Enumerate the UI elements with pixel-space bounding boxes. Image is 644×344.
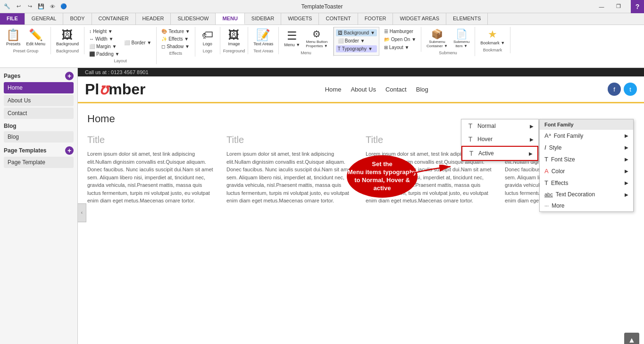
- typography-submenu-btn[interactable]: T Typography ▼: [336, 45, 377, 52]
- fontfamily-text-decoration[interactable]: abc Text Decoration ▶: [540, 189, 633, 200]
- tab-body[interactable]: BODY: [63, 13, 92, 25]
- presets-button[interactable]: 📋 Presets: [4, 28, 23, 48]
- edit-menu-button[interactable]: ✏️ Edit Menu: [24, 28, 48, 48]
- margin-button[interactable]: ⬜ Margin ▼: [87, 43, 121, 50]
- texture-button[interactable]: 🎨 Texture ▼: [159, 28, 192, 35]
- save-btn[interactable]: 💾: [36, 1, 46, 12]
- typography-normal[interactable]: T Normal ▶: [461, 119, 538, 133]
- fontfamily-font-size[interactable]: T Font Size ▶: [540, 153, 633, 165]
- layout-submenu-btn[interactable]: ⊞ Layout ▼: [382, 44, 418, 51]
- fontfamily-more[interactable]: ··· More: [540, 200, 633, 211]
- menu-button[interactable]: ☰ Menu ▼: [282, 28, 302, 50]
- add-page-template-btn[interactable]: +: [65, 146, 74, 155]
- maximize-btn[interactable]: ❐: [610, 0, 627, 13]
- tab-widgets[interactable]: WIDGETS: [281, 13, 319, 25]
- ribbon-content-area: 📋 Presets ✏️ Edit Menu Preset Group 🖼 Ba…: [0, 25, 644, 67]
- site-menu: Home About Us Contact Blog: [325, 86, 428, 93]
- typography-active[interactable]: T Active ▶: [461, 146, 538, 161]
- open-on-btn[interactable]: 📂 Open On ▼: [382, 36, 418, 43]
- image-icon: 🖼: [228, 29, 240, 41]
- undo-btn[interactable]: ↩: [13, 1, 24, 12]
- layout-group-items: ↕ Height ▼ ↔ Width ▼ ⬜ Margin ▼ ⬛ Paddin…: [87, 28, 153, 58]
- border-sub-icon: ⬜: [338, 38, 343, 43]
- redo-btn[interactable]: ↪: [25, 1, 35, 12]
- scroll-to-top-btn[interactable]: ▲: [624, 333, 639, 344]
- help-button[interactable]: ?: [631, 0, 644, 13]
- fontfamily-font-family[interactable]: Aᵃ Font Family ▶: [540, 130, 633, 142]
- text-areas-button[interactable]: 📝 Text Areas: [251, 28, 276, 48]
- shadow-label: Shadow ▼: [167, 44, 190, 49]
- tab-file[interactable]: FILE: [0, 13, 25, 25]
- tab-slideshow[interactable]: SLIDESHOW: [171, 13, 216, 25]
- height-button[interactable]: ↕ Height ▼: [87, 28, 121, 35]
- tab-container[interactable]: CONTAINER: [92, 13, 136, 25]
- menu-button-properties-btn[interactable]: ⚙ Menu ButtonProperties ▼: [303, 28, 330, 50]
- typography-sub-icon: T: [338, 46, 341, 51]
- sidebar-item-page-template[interactable]: Page Template: [4, 157, 74, 168]
- tab-header[interactable]: HEADER: [136, 13, 171, 25]
- more-icon: ···: [544, 203, 549, 209]
- tab-content[interactable]: CONTENT: [319, 13, 358, 25]
- hover-arrow-icon: ▶: [530, 137, 534, 142]
- image-label: Image: [228, 42, 240, 46]
- width-label: Width ▼: [95, 36, 113, 42]
- nav-contact[interactable]: Contact: [385, 86, 407, 93]
- sidebar-item-about-us[interactable]: About Us: [4, 95, 74, 106]
- sidebar-item-home[interactable]: Home: [4, 82, 74, 93]
- border-button[interactable]: ⬜ Border ▼: [122, 28, 153, 58]
- bookmark-btn[interactable]: ★ Bookmark ▼: [478, 28, 507, 47]
- width-icon: ↔: [89, 36, 94, 42]
- typography-hover[interactable]: T Hover ▶: [461, 133, 538, 146]
- foreground-group-label: Foreground: [223, 49, 245, 53]
- nav-home[interactable]: Home: [325, 86, 342, 93]
- image-button[interactable]: 🖼 Image: [225, 28, 243, 48]
- tab-general[interactable]: GENERAL: [25, 13, 64, 25]
- logo-button[interactable]: 🏷 Logo: [198, 28, 217, 48]
- fontfamily-color[interactable]: A Color ▶: [540, 165, 633, 177]
- fontfamily-style[interactable]: I Style ▶: [540, 142, 633, 153]
- font-size-arrow: ▶: [625, 157, 628, 162]
- bookmark-label: Bookmark ▼: [480, 41, 505, 45]
- shadow-button[interactable]: ◻ Shadow ▼: [159, 43, 192, 50]
- preview-btn[interactable]: 👁: [47, 1, 58, 12]
- tab-widget-areas[interactable]: WIDGET AREAS: [393, 13, 446, 25]
- menu-props-icon: ⚙: [312, 29, 321, 39]
- border-submenu-btn[interactable]: ⬜ Border ▼: [336, 37, 377, 44]
- normal-label: Normal: [477, 123, 496, 129]
- text-decoration-text: Text Decoration: [556, 191, 595, 198]
- width-button[interactable]: ↔ Width ▼: [87, 35, 121, 42]
- col-text-1: Lorem ipsum dolor sit amet, test link ad…: [87, 150, 217, 205]
- typography-dropdown: T Normal ▶ T Hover ▶ T Active ▶: [461, 119, 539, 161]
- nav-blog[interactable]: Blog: [416, 86, 428, 93]
- twitter-icon[interactable]: t: [624, 83, 637, 96]
- blog-section-header: Blog: [4, 123, 74, 129]
- add-page-btn[interactable]: +: [65, 72, 74, 80]
- sidebar-item-contact[interactable]: Contact: [4, 108, 74, 119]
- tab-sidebar[interactable]: SIDEBAR: [245, 13, 281, 25]
- ribbon-group-effects: 🎨 Texture ▼ ✨ Effects ▼ ◻ Shadow ▼ Effec…: [157, 27, 195, 57]
- tab-menu[interactable]: MENU: [216, 13, 244, 25]
- minimize-btn[interactable]: —: [593, 0, 610, 13]
- ribbon-group-submenu: 📦 SubmenuContainer ▼ 📄 SubmenuItem ▼ Sub…: [421, 27, 475, 56]
- padding-button[interactable]: ⬛ Padding ▼: [87, 50, 121, 58]
- tab-footer[interactable]: FOOTER: [358, 13, 393, 25]
- sidebar-collapse-btn[interactable]: ‹: [78, 203, 86, 222]
- main-layout: Pages + Home About Us Contact Blog Blog …: [0, 68, 644, 344]
- ribbon-group-preset: 📋 Presets ✏️ Edit Menu Preset Group: [1, 27, 51, 54]
- open-on-icon: 📂: [384, 37, 390, 42]
- submenu-item-btn[interactable]: 📄 SubmenuItem ▼: [451, 28, 472, 50]
- fontfamily-effects[interactable]: T Effects ▶: [540, 177, 633, 189]
- submenu-group-label: Submenu: [439, 50, 457, 55]
- tab-elements[interactable]: ELEMENTS: [446, 13, 488, 25]
- more-label-wrapper: ··· More: [544, 202, 565, 209]
- typography-sub-label: Typography ▼: [342, 46, 373, 51]
- background-button[interactable]: 🖼 Background: [54, 28, 81, 48]
- hamburger-btn[interactable]: ☰ Hamburger: [382, 28, 418, 35]
- nav-about[interactable]: About Us: [351, 86, 376, 93]
- facebook-icon[interactable]: f: [608, 83, 621, 96]
- submenu-container-btn[interactable]: 📦 SubmenuContainer ▼: [424, 28, 450, 50]
- effects-button[interactable]: ✨ Effects ▼: [159, 35, 192, 42]
- effects-item-icon: T: [544, 179, 548, 186]
- sidebar-item-blog[interactable]: Blog: [4, 131, 74, 143]
- background-submenu-btn[interactable]: 🖼 Background ▼: [336, 29, 377, 36]
